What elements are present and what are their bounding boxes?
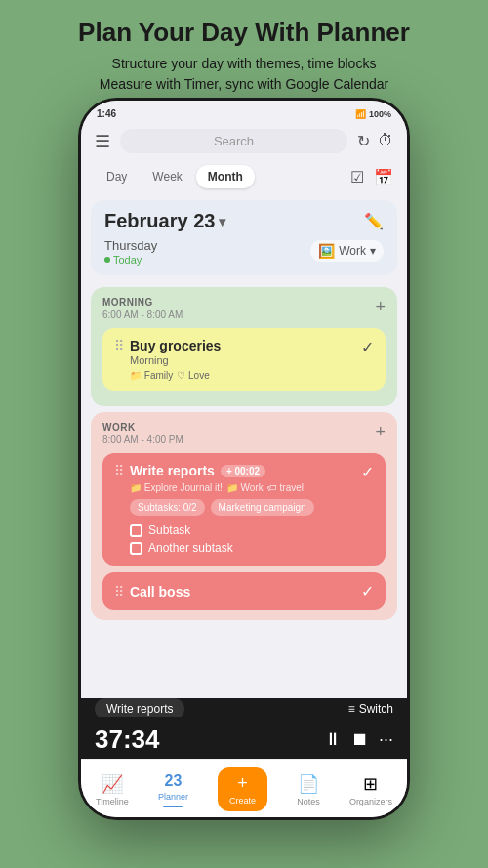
task-check-icon[interactable]: ✓ — [361, 338, 374, 356]
nav-timeline[interactable]: 📈 Timeline — [96, 773, 129, 806]
work-badge[interactable]: 🖼️ Work ▾ — [310, 240, 384, 262]
subtask-item-2[interactable]: Another subtask — [130, 539, 361, 557]
task-header: ⠿ Buy groceries Morning 📁 Family ♡ Love … — [114, 338, 374, 381]
signal-icon: 📶 — [355, 109, 366, 119]
day-row: Thursday Today 🖼️ Work ▾ — [104, 236, 384, 266]
header-title: Plan Your Day With Planner — [20, 18, 468, 48]
view-tabs: Day Week Month ☑ 📅 — [81, 159, 407, 194]
task-subtitle: Morning — [130, 354, 361, 366]
planner-active-indicator — [163, 806, 183, 807]
work-tag: 📁 Work — [226, 482, 264, 493]
morning-title: MORNING — [102, 297, 183, 308]
subtask-label-1: Subtask — [148, 523, 190, 537]
day-name: Thursday — [104, 238, 157, 253]
notes-label: Notes — [297, 797, 320, 806]
status-right: 📶 100% — [355, 109, 391, 119]
subtask-item-1[interactable]: Subtask — [130, 521, 361, 539]
work-task-content: Write reports + 00:02 📁 Explore Journal … — [130, 463, 361, 557]
tab-icons: ☑ 📅 — [350, 168, 393, 186]
task-name: Buy groceries — [130, 338, 361, 353]
subtasks-count-badge: Subtasks: 0/2 — [130, 499, 205, 516]
edit-icon[interactable]: ✏️ — [364, 212, 384, 230]
more-button[interactable]: ··· — [379, 729, 393, 750]
work-drag-handle-icon: ⠿ — [114, 463, 124, 478]
work-emoji: 🖼️ — [318, 243, 335, 259]
nav-notes[interactable]: 📄 Notes — [297, 773, 320, 806]
morning-task-card[interactable]: ⠿ Buy groceries Morning 📁 Family ♡ Love … — [102, 328, 386, 391]
subtask-checkbox-1[interactable] — [130, 524, 142, 537]
timer-badge: + 00:02 — [221, 465, 265, 477]
work-task-card[interactable]: ⠿ Write reports + 00:02 📁 Explore Journa… — [102, 453, 386, 566]
today-dot — [104, 257, 110, 263]
checklist-icon[interactable]: ☑ — [350, 168, 364, 186]
work-add-button[interactable]: + — [375, 422, 386, 442]
work-task-tags: 📁 Explore Journal it! 📁 Work 🏷 travel — [130, 482, 361, 493]
tab-month[interactable]: Month — [196, 165, 255, 188]
top-bar: ☰ Search ↻ ⏱ — [81, 123, 407, 159]
work-title: WORK — [102, 422, 183, 433]
subtask-label-2: Another subtask — [148, 541, 233, 555]
search-box[interactable]: Search — [120, 129, 347, 153]
morning-section: MORNING 6:00 AM - 8:00 AM + ⠿ Buy grocer… — [91, 287, 397, 406]
work-task-name: Write reports — [130, 463, 215, 478]
planner-label: Planner — [158, 792, 188, 802]
app-header: Plan Your Day With Planner Structure you… — [0, 0, 488, 104]
hamburger-icon[interactable]: ☰ — [95, 131, 110, 152]
switch-icon: ≡ — [348, 702, 355, 716]
create-label: Create — [229, 796, 256, 806]
travel-tag: 🏷 travel — [267, 482, 304, 493]
family-tag: 📁 Family — [130, 370, 173, 381]
nav-create[interactable]: + Create — [218, 767, 267, 811]
phone-frame: 1:46 📶 100% ☰ Search ↻ ⏱ Day Week Month … — [78, 98, 410, 820]
phone-screen: 1:46 📶 100% ☰ Search ↻ ⏱ Day Week Month … — [81, 101, 407, 817]
notes-icon: 📄 — [298, 773, 319, 795]
call-boss-task-name: Call boss — [130, 584, 190, 599]
status-time: 1:46 — [97, 108, 116, 119]
date-header: February 23 ▾ ✏️ Thursday Today 🖼️ Work — [91, 200, 397, 275]
subtask-list: Subtask Another subtask — [130, 521, 361, 557]
task-tags: 📁 Family ♡ Love — [130, 370, 361, 381]
stop-button[interactable]: ⏹ — [351, 729, 369, 750]
call-boss-check-icon[interactable]: ✓ — [361, 582, 374, 600]
morning-add-button[interactable]: + — [375, 297, 386, 317]
today-badge: Today — [104, 254, 157, 266]
organizers-label: Organizers — [349, 797, 392, 806]
organizers-icon: ⊞ — [363, 773, 378, 795]
tab-group: Day Week Month — [95, 165, 255, 188]
timer-bar: 37:34 ⏸ ⏹ ··· — [81, 717, 407, 763]
nav-planner[interactable]: 23 Planner — [158, 772, 188, 807]
journal-tag: 📁 Explore Journal it! — [130, 482, 223, 493]
refresh-icon[interactable]: ↻ — [357, 132, 370, 150]
date-row: February 23 ▾ ✏️ — [104, 210, 384, 232]
morning-time: 6:00 AM - 8:00 AM — [102, 310, 183, 320]
battery-text: 100% — [369, 109, 391, 119]
work-section: WORK 8:00 AM - 4:00 PM + ⠿ Write reports… — [91, 412, 397, 620]
tab-week[interactable]: Week — [141, 165, 193, 188]
calendar-sync-icon[interactable]: 📅 — [374, 168, 393, 186]
timer-display: 37:34 — [95, 724, 160, 755]
tab-day[interactable]: Day — [95, 165, 139, 188]
call-boss-card[interactable]: ⠿ Call boss ✓ — [102, 572, 386, 610]
subtask-badges: Subtasks: 0/2 Marketing campaign — [130, 499, 361, 516]
timer-icon[interactable]: ⏱ — [378, 132, 393, 150]
subtask-checkbox-2[interactable] — [130, 542, 142, 555]
status-bar: 1:46 📶 100% — [81, 101, 407, 123]
work-task-check-icon[interactable]: ✓ — [361, 463, 374, 481]
morning-section-header: MORNING 6:00 AM - 8:00 AM + — [102, 297, 386, 320]
switch-label[interactable]: ≡ Switch — [348, 702, 393, 716]
call-drag-icon: ⠿ — [114, 584, 124, 599]
work-section-header: WORK 8:00 AM - 4:00 PM + — [102, 422, 386, 445]
date-title[interactable]: February 23 ▾ — [104, 210, 225, 232]
love-tag: ♡ Love — [177, 370, 209, 381]
timeline-label: Timeline — [96, 797, 129, 806]
timer-controls: ⏸ ⏹ ··· — [324, 729, 393, 750]
task-content: Buy groceries Morning 📁 Family ♡ Love — [130, 338, 361, 381]
pause-button[interactable]: ⏸ — [324, 729, 342, 750]
nav-organizers[interactable]: ⊞ Organizers — [349, 773, 392, 806]
header-subtitle: Structure your day with themes, time blo… — [20, 54, 468, 95]
date-dropdown-icon: ▾ — [219, 214, 225, 229]
bottom-nav: 📈 Timeline 23 Planner + Create 📄 Notes ⊞… — [81, 759, 407, 817]
timeline-icon: 📈 — [102, 773, 123, 795]
work-task-header: ⠿ Write reports + 00:02 📁 Explore Journa… — [114, 463, 374, 557]
work-time: 8:00 AM - 4:00 PM — [102, 434, 183, 445]
